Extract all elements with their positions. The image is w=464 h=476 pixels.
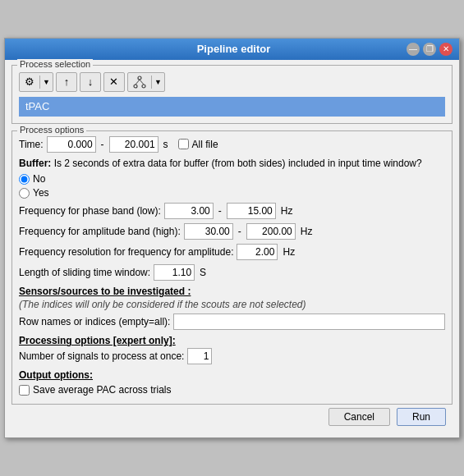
freq-amplitude-label: Frequency for amplitude band (high): [19, 226, 181, 237]
svg-line-4 [140, 80, 144, 85]
time-label: Time: [19, 139, 44, 150]
freq-amplitude-row: Frequency for amplitude band (high): - H… [19, 223, 445, 240]
delete-button[interactable]: ✕ [103, 72, 125, 92]
sliding-window-label: Length of sliding time window: [19, 267, 150, 278]
signals-row: Number of signals to process at once: [19, 348, 445, 364]
restore-button[interactable]: ❐ [423, 43, 436, 56]
footer: Cancel Run [11, 405, 453, 431]
freq-resolution-unit: Hz [283, 246, 295, 258]
time-start-input[interactable] [47, 136, 96, 153]
delete-icon: ✕ [109, 76, 118, 88]
run-button[interactable]: Run [397, 408, 446, 426]
window-body: Process selection ⚙ ▼ ↑ ↓ ✕ [5, 60, 459, 438]
time-row: Time: - s All file [19, 136, 445, 153]
pipeline-editor-window: Pipeline editor — ❐ ✕ Process selection … [4, 38, 460, 439]
freq-phase-label: Frequency for phase band (low): [19, 205, 161, 217]
freq-phase-unit: Hz [281, 205, 293, 217]
title-bar: Pipeline editor — ❐ ✕ [5, 39, 459, 60]
row-names-row: Row names or indices (empty=all): [19, 314, 445, 330]
svg-point-1 [134, 85, 137, 88]
sensors-section-title: Sensors/sources to be investigated : [19, 286, 445, 297]
all-file-checkbox[interactable] [178, 139, 189, 149]
buffer-yes-row: Yes [19, 187, 445, 199]
cancel-button[interactable]: Cancel [328, 408, 390, 426]
output-section-title: Output options: [19, 369, 445, 381]
signals-label: Number of signals to process at once: [19, 350, 184, 362]
network-dropdown[interactable]: ▼ [127, 72, 165, 92]
freq-phase-start-input[interactable] [164, 203, 214, 219]
minimize-button[interactable]: — [407, 43, 420, 56]
svg-point-0 [138, 76, 141, 80]
sensors-section-desc: (The indices will only be considered if … [19, 299, 445, 310]
close-button[interactable]: ✕ [439, 43, 453, 56]
gear-icon[interactable]: ⚙ [20, 73, 39, 91]
row-names-label: Row names or indices (empty=all): [19, 316, 170, 327]
buffer-text: Buffer: Is 2 seconds of extra data for b… [19, 157, 445, 171]
save-avg-checkbox[interactable] [19, 385, 30, 396]
freq-phase-end-input[interactable] [227, 203, 276, 219]
sliding-window-row: Length of sliding time window: S [19, 264, 445, 281]
buffer-no-radio[interactable] [19, 174, 30, 185]
save-avg-label: Save average PAC across trials [33, 384, 172, 396]
network-dropdown-arrow[interactable]: ▼ [152, 78, 164, 86]
time-unit: s [163, 139, 168, 150]
freq-phase-row: Frequency for phase band (low): - Hz [19, 203, 445, 219]
buffer-no-row: No [19, 173, 445, 185]
gear-dropdown-arrow[interactable]: ▼ [40, 78, 53, 86]
freq-resolution-input[interactable] [237, 244, 278, 260]
time-end-input[interactable] [109, 136, 158, 153]
row-names-input[interactable] [173, 314, 445, 330]
process-selection-legend: Process selection [17, 59, 93, 69]
buffer-yes-radio[interactable] [19, 188, 30, 199]
processing-section-title: Processing options [expert only]: [19, 335, 445, 346]
selected-process-display: tPAC [19, 97, 445, 117]
gear-dropdown[interactable]: ⚙ ▼ [19, 72, 53, 92]
all-file-label: All file [192, 139, 218, 150]
svg-point-2 [142, 85, 145, 88]
freq-amplitude-start-input[interactable] [184, 223, 233, 240]
move-up-button[interactable]: ↑ [56, 72, 77, 92]
process-selection-toolbar: ⚙ ▼ ↑ ↓ ✕ [19, 69, 445, 94]
move-down-button[interactable]: ↓ [80, 72, 101, 92]
svg-line-3 [136, 80, 140, 85]
freq-amplitude-unit: Hz [301, 226, 313, 237]
network-icon[interactable] [128, 73, 151, 91]
buffer-yes-label: Yes [33, 187, 49, 199]
window-title: Pipeline editor [61, 43, 407, 55]
sliding-window-unit: S [200, 267, 206, 278]
buffer-no-label: No [33, 173, 45, 185]
up-arrow-icon: ↑ [64, 76, 70, 88]
signals-input[interactable] [187, 348, 212, 364]
down-arrow-icon: ↓ [88, 76, 94, 88]
freq-amplitude-end-input[interactable] [246, 223, 296, 240]
process-options-group: Process options Time: - s All file Buffe… [11, 130, 453, 405]
sliding-window-input[interactable] [154, 264, 195, 281]
window-controls: — ❐ ✕ [407, 43, 453, 56]
process-options-legend: Process options [17, 125, 86, 135]
save-avg-row: Save average PAC across trials [19, 384, 445, 396]
freq-resolution-row: Frequency resolution for frequency for a… [19, 244, 445, 260]
freq-resolution-label: Frequency resolution for frequency for a… [19, 246, 233, 258]
process-selection-group: Process selection ⚙ ▼ ↑ ↓ ✕ [11, 65, 453, 124]
